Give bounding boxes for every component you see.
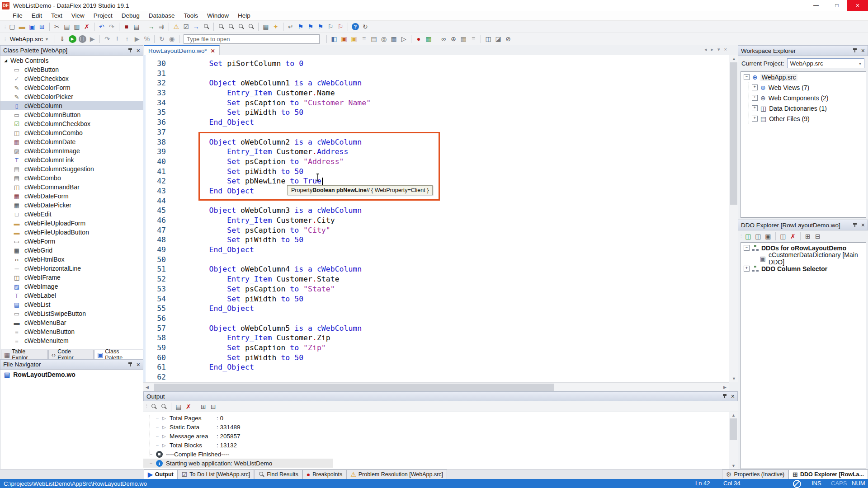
new-file-button[interactable]: ▢: [7, 22, 17, 32]
palette-item-cwebcolumnlink[interactable]: TcWebColumnLink: [0, 155, 144, 164]
tab-class-palette---[interactable]: ▣Class Palette...: [94, 350, 143, 359]
editor-nav-icon-0[interactable]: ◂: [704, 47, 707, 52]
menu-project[interactable]: Project: [89, 11, 117, 20]
editor-nav-icon-1[interactable]: ▸: [711, 47, 714, 52]
ddo-expand-button[interactable]: ⊞: [803, 231, 813, 241]
tab-breakpoints[interactable]: ●Breakpoints: [302, 469, 346, 479]
editor-nav-icon-2[interactable]: ▾: [717, 47, 720, 52]
tab-output[interactable]: ▶Output: [144, 469, 178, 479]
palette-item-cwebedit[interactable]: □cWebEdit: [0, 210, 144, 219]
tree-node-data-dictionaries--1-[interactable]: +◫Data Dictionaries (1): [741, 103, 866, 113]
output-scrollbar[interactable]: ▲ ▼: [729, 412, 738, 469]
file-item-rowlayoutdemo.wo[interactable]: ▤RowLayoutDemo.wo: [0, 370, 144, 380]
palette-item-cwebcombo[interactable]: ▤cWebCombo: [0, 174, 144, 183]
toggle-case-button[interactable]: %: [142, 34, 152, 44]
debug-up-button[interactable]: ↑: [122, 34, 132, 44]
save-all-button[interactable]: ⊞: [37, 22, 47, 32]
scroll-down-icon[interactable]: ▼: [732, 376, 736, 381]
ws-db2-button[interactable]: ◪: [493, 34, 503, 44]
ddo-node-ddo-column-selector[interactable]: +DDO Column Selector: [741, 263, 866, 274]
scrollbar-thumb[interactable]: [730, 418, 737, 440]
key-tool-button[interactable]: ✦: [271, 22, 281, 32]
menu-view[interactable]: View: [67, 11, 89, 20]
palette-item-cwebhorizontalline[interactable]: ─cWebHorizontalLine: [0, 264, 144, 273]
palette-item-cweblabel[interactable]: TcWebLabel: [0, 291, 144, 300]
run-to-cursor-button[interactable]: ▶: [132, 34, 142, 44]
ws-doc-tan-button[interactable]: ▣: [349, 34, 359, 44]
close-icon[interactable]: ×: [137, 361, 140, 368]
ws-web-button[interactable]: ⊕: [448, 34, 458, 44]
editor-horizontal-scrollbar[interactable]: ◀ ▶: [143, 382, 729, 392]
scroll-up-icon[interactable]: ▲: [732, 56, 736, 61]
ws-list-button[interactable]: ≡: [468, 34, 478, 44]
expander-icon[interactable]: ▷: [162, 443, 170, 448]
palette-item-cwebhtmlbox[interactable]: ‹›cWebHtmlBox: [0, 255, 144, 264]
expander-icon[interactable]: ▷: [162, 425, 170, 430]
maximize-button[interactable]: □: [826, 0, 847, 11]
export-button[interactable]: →: [191, 22, 201, 32]
debug-break-button[interactable]: !: [112, 34, 122, 44]
collapse-icon[interactable]: −: [744, 245, 750, 251]
cut-button[interactable]: ✂: [52, 22, 62, 32]
output-row[interactable]: ┄▷Static Data: 331489: [143, 422, 729, 432]
palette-item-cwebimage[interactable]: ▨cWebImage: [0, 282, 144, 291]
reconnect-button[interactable]: ↻: [157, 34, 167, 44]
refresh-button[interactable]: ↻: [360, 22, 370, 32]
expand-icon[interactable]: +: [752, 116, 758, 122]
palette-item-cwebcolorpicker[interactable]: ✎cWebColorPicker: [0, 92, 144, 101]
ws-table2-button[interactable]: ▦: [389, 34, 399, 44]
warnings-button[interactable]: ⚠: [171, 22, 181, 32]
bookmark-clear-button[interactable]: ⚐: [326, 22, 335, 32]
find-in-files-button[interactable]: [246, 22, 256, 32]
palette-item-cwebcolumncheckbox[interactable]: ☑cWebColumnCheckbox: [0, 119, 144, 128]
close-icon[interactable]: ×: [861, 47, 865, 54]
palette-item-cweblistswipebutton[interactable]: ▭cWebListSwipeButton: [0, 309, 144, 318]
undo-button[interactable]: ↶: [97, 22, 107, 32]
find-button[interactable]: [216, 22, 226, 32]
run-button[interactable]: ▶: [67, 34, 77, 44]
tab-code-explor---[interactable]: ‹›Code Explor...: [48, 350, 94, 359]
palette-item-cwebcheckbox[interactable]: ✓cWebCheckbox: [0, 74, 144, 83]
ddo-node-ccustomerdatadictionary--main-ddo-[interactable]: ▣cCustomerDataDictionary [Main DDO]: [741, 253, 866, 263]
expand-icon[interactable]: +: [744, 266, 750, 272]
tree-node-web-views--7-[interactable]: +⊕Web Views (7): [741, 82, 866, 93]
current-project-select[interactable]: WebApp.src ▾: [787, 58, 864, 68]
ws-db1-button[interactable]: ◫: [483, 34, 493, 44]
menu-tools[interactable]: Tools: [179, 11, 203, 20]
expander-icon[interactable]: ▷: [162, 434, 170, 439]
scrollbar-thumb[interactable]: [154, 384, 554, 391]
out-copy-all-button[interactable]: ⊞: [198, 402, 208, 412]
palette-item-cwebcolumnimage[interactable]: ▨cWebColumnImage: [0, 146, 144, 155]
expand-icon[interactable]: +: [752, 105, 758, 111]
record-button[interactable]: ■: [122, 22, 132, 32]
output-row[interactable]: ┄----Compile Finished----: [143, 450, 729, 459]
table-tools-button[interactable]: ▦: [261, 22, 271, 32]
menu-database[interactable]: Database: [144, 11, 179, 20]
expand-icon[interactable]: +: [752, 84, 758, 90]
close-icon[interactable]: ×: [731, 393, 735, 400]
palette-item-cwebbutton[interactable]: ▭cWebButton: [0, 65, 144, 74]
tab-table-explor---[interactable]: ▦Table Explor...: [1, 350, 48, 359]
palette-item-cwebcolumnbutton[interactable]: ▭cWebColumnButton: [0, 110, 144, 119]
ws-db3-button[interactable]: ⊘: [503, 34, 513, 44]
close-icon[interactable]: ×: [861, 221, 865, 229]
ddo-compare-button[interactable]: ◫: [778, 231, 788, 241]
palette-item-cwebcolumn[interactable]: ▯cWebColumn: [0, 101, 144, 110]
palette-item-cwebcolorform[interactable]: ✎cWebColorForm: [0, 83, 144, 92]
editor-vertical-scrollbar[interactable]: ▲ ▼: [729, 55, 738, 382]
deploy-button[interactable]: →: [146, 22, 156, 32]
palette-item-cwebcolumnsuggestion[interactable]: ▤cWebColumnSuggestion: [0, 164, 144, 174]
palette-item-cwebform[interactable]: ▭cWebForm: [0, 237, 144, 246]
output-row[interactable]: ┄▷Total Blocks: 13132: [143, 441, 729, 450]
output-row[interactable]: ┄iStarting web application: WebListDemo: [143, 459, 333, 468]
print-button[interactable]: ▤: [132, 22, 142, 32]
ws-table-check-button[interactable]: ▦: [424, 34, 434, 44]
goto-line-button[interactable]: ↵: [286, 22, 296, 32]
ddo-collapse-button[interactable]: ⊟: [813, 231, 823, 241]
menu-window[interactable]: Window: [203, 11, 233, 20]
palette-group-web-controls[interactable]: ◢Web Controls: [0, 56, 144, 65]
scroll-right-icon[interactable]: ▶: [723, 385, 726, 389]
tree-node-web-components--2-[interactable]: +⊕Web Components (2): [741, 93, 866, 103]
palette-item-cwebdateform[interactable]: ▦cWebDateForm: [0, 192, 144, 201]
output-row[interactable]: ┄▷Total Pages: 0: [143, 413, 729, 422]
